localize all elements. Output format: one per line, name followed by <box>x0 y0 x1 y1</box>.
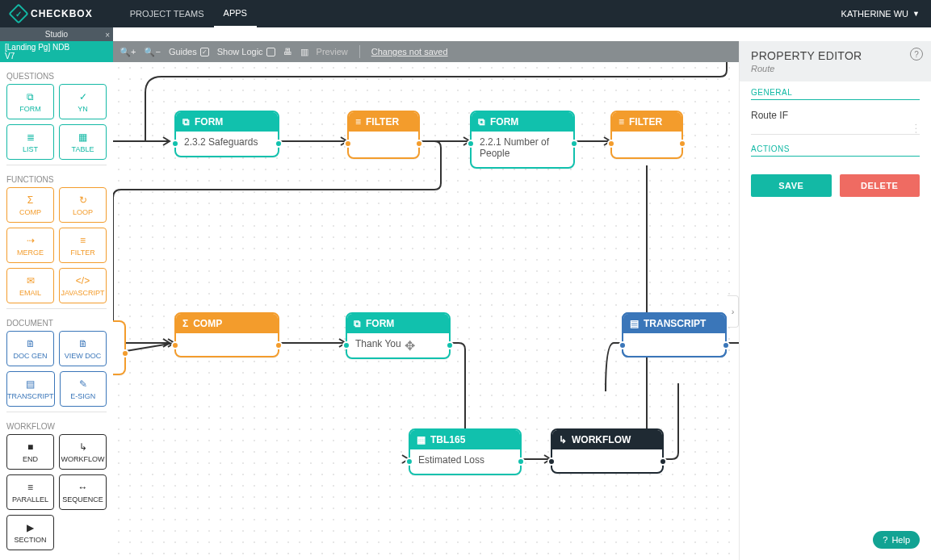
palette-sequence[interactable]: ↔SEQUENCE <box>59 474 107 510</box>
palette-label: SECTION <box>14 536 46 544</box>
port-in[interactable] <box>607 140 615 148</box>
port-in[interactable] <box>467 140 475 148</box>
palette-comp[interactable]: ΣCOMP <box>6 187 54 223</box>
port-out[interactable] <box>415 140 423 148</box>
port-in[interactable] <box>619 341 627 349</box>
node-form1[interactable]: ⧉FORM2.3.2 Safeguards <box>174 111 279 157</box>
canvas[interactable]: › ⧉FORM2.3.2 Safeguards≡FILTER⧉FORM2.2.1… <box>113 62 739 560</box>
node-transcript1[interactable]: ▤TRANSCRIPT <box>622 312 727 357</box>
palette-javascript[interactable]: </>JAVASCRIPT <box>59 268 107 303</box>
editor-buttons: SAVE DELETE <box>740 166 931 205</box>
palette-section[interactable]: ▶SECTION <box>6 515 54 550</box>
node-wf1[interactable]: ↳WORKFLOW <box>551 428 664 474</box>
palette-label: FORM <box>19 105 41 113</box>
palette-filter[interactable]: ≡FILTER <box>59 228 107 263</box>
port-out[interactable] <box>121 349 129 357</box>
node-slice[interactable] <box>113 320 126 375</box>
table-icon: ▦ <box>77 131 90 144</box>
palette-loop[interactable]: ↻LOOP <box>59 187 107 223</box>
port-in[interactable] <box>171 341 179 349</box>
doc-gen-icon: 🗎 <box>24 337 37 350</box>
help-icon[interactable]: ? <box>910 48 923 61</box>
tab-studio[interactable]: Studio × <box>0 30 113 39</box>
port-out[interactable] <box>678 140 686 148</box>
palette-yn[interactable]: ✓YN <box>59 84 107 119</box>
nav-apps[interactable]: APPS <box>214 0 257 27</box>
close-icon[interactable]: × <box>105 31 110 40</box>
delete-button[interactable]: DELETE <box>840 174 921 197</box>
resize-handle-icon[interactable]: ⋰ <box>910 122 922 134</box>
node-form3[interactable]: ⧉FORMThank You <box>346 312 451 359</box>
group-title: WORKFLOW <box>6 422 107 431</box>
node-form2[interactable]: ⧉FORM2.2.1 Number of People <box>470 111 575 169</box>
port-in[interactable] <box>547 458 556 466</box>
main-nav: PROJECT TEAMS APPS <box>120 0 257 27</box>
node-comp1[interactable]: ΣCOMP <box>174 312 279 357</box>
port-out[interactable] <box>275 140 283 148</box>
palette-merge[interactable]: ⇢MERGE <box>6 228 54 263</box>
port-in[interactable] <box>342 341 350 349</box>
port-in[interactable] <box>344 140 352 148</box>
palette-e-sign[interactable]: ✎E-SIGN <box>60 371 107 407</box>
palette-label: PARALLEL <box>12 495 48 504</box>
palette-transcript[interactable]: ▤TRANSCRIPT <box>6 371 55 407</box>
project-label[interactable]: [Landing Pg] NDB V7 <box>0 41 113 62</box>
palette-table[interactable]: ▦TABLE <box>59 124 107 160</box>
port-in[interactable] <box>171 140 179 148</box>
port-out[interactable] <box>517 458 525 466</box>
port-out[interactable] <box>722 341 730 349</box>
palette-label: FILTER <box>70 249 94 257</box>
zoom-out-button[interactable]: 🔍− <box>144 47 160 57</box>
parallel-icon: ≡ <box>24 481 37 494</box>
palette-workflow[interactable]: ↳WORKFLOW <box>59 434 107 470</box>
user-name: KATHERINE WU <box>841 9 909 19</box>
palette-view-doc[interactable]: 🗎VIEW DOC <box>59 331 107 366</box>
port-out[interactable] <box>659 458 667 466</box>
preview-button[interactable]: Preview <box>317 47 348 56</box>
comp-icon: Σ <box>182 318 188 329</box>
tbl-icon: ▦ <box>417 434 426 445</box>
port-out[interactable] <box>446 341 454 349</box>
node-title: WORKFLOW <box>572 434 631 445</box>
node-body: Thank You <box>347 333 449 357</box>
palette-form[interactable]: ⧉FORM <box>6 84 54 119</box>
palette-email[interactable]: ✉EMAIL <box>6 268 54 303</box>
print-icon: 🖶 <box>283 47 292 56</box>
nav-project-teams[interactable]: PROJECT TEAMS <box>120 0 214 27</box>
palette-label: COMP <box>19 208 41 216</box>
guides-toggle[interactable]: Guides ✓ <box>169 47 209 56</box>
node-header: ↳WORKFLOW <box>552 430 662 449</box>
node-body: Estimated Loss <box>410 449 520 474</box>
show-logic-toggle[interactable]: Show Logic <box>217 47 275 56</box>
palette-end[interactable]: ■END <box>6 434 54 470</box>
layout-button[interactable]: ▥ <box>300 47 308 57</box>
node-title: FORM <box>195 116 223 127</box>
node-filter2[interactable]: ≡FILTER <box>610 111 683 159</box>
save-button[interactable]: SAVE <box>751 174 832 197</box>
node-header: ▤TRANSCRIPT <box>623 314 725 333</box>
port-out[interactable] <box>275 341 283 349</box>
panel-collapse-handle[interactable]: › <box>728 295 739 328</box>
palette-label: LOOP <box>73 208 93 216</box>
palette-label: EMAIL <box>19 289 41 297</box>
divider <box>359 45 360 58</box>
zoom-in-icon: 🔍+ <box>120 47 136 57</box>
palette-list[interactable]: ≣LIST <box>6 124 54 160</box>
changes-not-saved[interactable]: Changes not saved <box>371 47 448 56</box>
group-title: FUNCTIONS <box>6 175 107 184</box>
print-button[interactable]: 🖶 <box>283 47 292 56</box>
node-filter1[interactable]: ≡FILTER <box>347 111 420 159</box>
yn-icon: ✓ <box>77 90 90 103</box>
route-name-field[interactable]: Route IF ⋰ <box>751 107 920 135</box>
port-in[interactable] <box>405 458 413 466</box>
palette-doc-gen[interactable]: 🗎DOC GEN <box>6 331 54 366</box>
help-button[interactable]: ? Help <box>873 531 920 549</box>
actions-section: ACTIONS <box>740 138 931 166</box>
user-menu[interactable]: KATHERINE WU ▼ <box>841 9 931 19</box>
palette-label: END <box>23 455 38 463</box>
node-tbl1[interactable]: ▦TBL165Estimated Loss <box>409 428 522 475</box>
palette-parallel[interactable]: ≡PARALLEL <box>6 474 54 510</box>
zoom-in-button[interactable]: 🔍+ <box>120 47 136 57</box>
port-out[interactable] <box>570 140 578 148</box>
merge-icon: ⇢ <box>24 234 37 247</box>
